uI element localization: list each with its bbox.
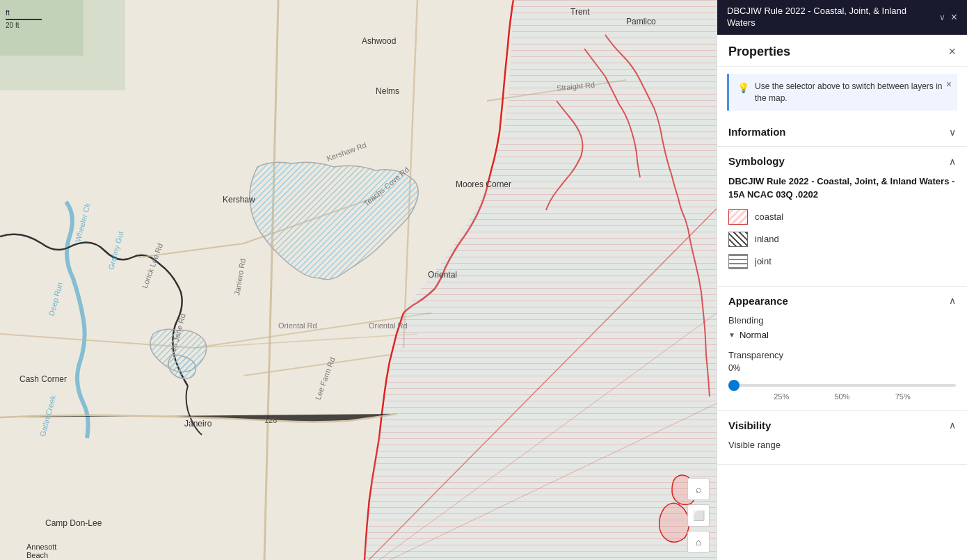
slider-label-75: 75% <box>895 392 911 401</box>
map-svg: 128 ft 20 ft <box>0 0 717 560</box>
transparency-percent: 0% <box>728 363 956 373</box>
symbology-section-header[interactable]: Symbology ∧ <box>717 147 967 175</box>
legend-label-joint: joint <box>755 256 772 266</box>
information-section: Information ∨ <box>717 118 967 147</box>
appearance-section-header[interactable]: Appearance ∧ <box>717 287 967 315</box>
properties-panel: DBCJIW Rule 2022 - Coastal, Joint, & Inl… <box>717 0 967 560</box>
appearance-chevron: ∧ <box>949 295 956 306</box>
transparency-label: Transparency <box>728 350 956 360</box>
visibility-content: Visible range <box>717 440 967 464</box>
panel-header-close-btn[interactable]: × <box>951 12 957 23</box>
visible-range-label: Visible range <box>728 440 956 450</box>
visibility-section-header[interactable]: Visibility ∧ <box>717 411 967 440</box>
transparency-slider-container <box>728 377 956 390</box>
blending-value: Normal <box>740 330 769 340</box>
visibility-chevron: ∧ <box>949 419 956 431</box>
slider-label-25: 25% <box>774 392 789 401</box>
symbology-content: DBCJIW Rule 2022 - Coastal, Joint, & Inl… <box>717 175 967 285</box>
symbology-chevron: ∧ <box>949 156 956 167</box>
info-banner: 💡 Use the selector above to switch betwe… <box>727 74 957 111</box>
svg-text:ft: ft <box>6 8 10 17</box>
search-control[interactable]: ⌕ <box>687 478 710 500</box>
svg-line-2 <box>264 0 278 560</box>
transparency-slider[interactable] <box>728 384 956 387</box>
visibility-section-title: Visibility <box>728 419 771 431</box>
legend-label-coastal: coastal <box>755 211 783 222</box>
panel-header-title: DBCJIW Rule 2022 - Coastal, Joint, & Inl… <box>727 6 939 29</box>
symbology-section-title: Symbology <box>728 155 785 167</box>
legend-swatch-joint <box>728 254 748 269</box>
map-area[interactable]: 128 ft 20 ft Ashwood Nelms Kershaw Moore… <box>0 0 717 560</box>
blending-dropdown[interactable]: ▼ Normal <box>728 330 956 340</box>
appearance-section-title: Appearance <box>728 295 788 307</box>
info-banner-close-btn[interactable]: × <box>946 78 952 92</box>
svg-line-10 <box>243 355 390 376</box>
legend-item-joint: joint <box>728 254 956 269</box>
information-section-title: Information <box>728 126 786 138</box>
visibility-section: Visibility ∧ Visible range <box>717 411 967 465</box>
information-chevron: ∨ <box>949 127 956 138</box>
blending-dropdown-arrow: ▼ <box>728 331 735 339</box>
appearance-content: Blending ▼ Normal Transparency 0% 25% 50… <box>717 315 967 410</box>
properties-close-btn[interactable]: × <box>948 45 956 59</box>
legend-label-inland: inland <box>755 234 779 244</box>
appearance-section: Appearance ∧ Blending ▼ Normal Transpare… <box>717 287 967 411</box>
svg-line-9 <box>195 334 417 348</box>
properties-title: Properties <box>728 45 790 59</box>
info-banner-text: Use the selector above to switch between… <box>755 81 949 104</box>
map-controls: ⌕ ⬜ ⌂ <box>687 478 710 553</box>
layer-dropdown-arrow[interactable]: ∨ <box>939 13 945 22</box>
svg-text:20 ft: 20 ft <box>6 22 19 29</box>
legend-item-coastal: coastal <box>728 209 956 225</box>
legend-item-inland: inland <box>728 232 956 247</box>
legend-swatch-coastal <box>728 209 748 225</box>
legend-swatch-inland <box>728 232 748 247</box>
symbology-layer-title: DBCJIW Rule 2022 - Coastal, Joint, & Inl… <box>728 175 956 200</box>
panel-header: DBCJIW Rule 2022 - Coastal, Joint, & Inl… <box>717 0 967 35</box>
svg-text:128: 128 <box>264 416 277 424</box>
extent-control[interactable]: ⬜ <box>687 504 710 527</box>
info-icon: 💡 <box>737 81 749 95</box>
home-control[interactable]: ⌂ <box>687 531 710 553</box>
symbology-section: Symbology ∧ DBCJIW Rule 2022 - Coastal, … <box>717 147 967 286</box>
svg-line-4 <box>139 243 243 257</box>
blending-label: Blending <box>728 315 956 326</box>
properties-title-row: Properties × <box>717 35 967 67</box>
slider-label-50: 50% <box>834 392 849 401</box>
transparency-slider-labels: 25% 50% 75% <box>728 392 956 401</box>
information-section-header[interactable]: Information ∨ <box>717 118 967 146</box>
